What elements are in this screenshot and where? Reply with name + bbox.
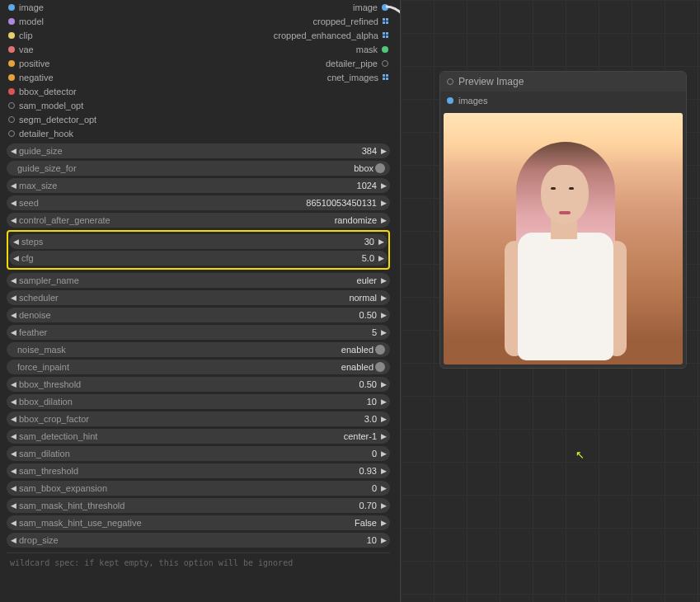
param-sam_threshold[interactable]: ◀sam_threshold0.93▶ bbox=[7, 463, 390, 478]
toggle-dot-icon[interactable] bbox=[375, 163, 385, 173]
toggle-dot-icon[interactable] bbox=[375, 345, 385, 355]
vae-input-port-icon[interactable] bbox=[8, 46, 15, 53]
cnet_images-output-label: cnet_images bbox=[327, 73, 378, 82]
arrow-right-icon[interactable]: ▶ bbox=[379, 484, 388, 492]
negative-input-port-icon[interactable] bbox=[8, 74, 15, 81]
param-label: drop_size bbox=[17, 535, 367, 545]
param-label: sam_mask_hint_use_negative bbox=[17, 518, 355, 528]
arrow-left-icon[interactable]: ◀ bbox=[9, 397, 17, 406]
arrow-left-icon[interactable]: ◀ bbox=[9, 216, 17, 224]
arrow-right-icon[interactable]: ▶ bbox=[379, 147, 388, 155]
arrow-left-icon[interactable]: ◀ bbox=[9, 380, 17, 388]
param-force_inpaint[interactable]: force_inpaintenabled bbox=[7, 360, 390, 374]
arrow-left-icon[interactable]: ◀ bbox=[9, 181, 17, 190]
cnet_images-output-port-icon[interactable] bbox=[383, 74, 388, 80]
arrow-right-icon[interactable]: ▶ bbox=[377, 254, 385, 262]
arrow-left-icon[interactable]: ◀ bbox=[9, 294, 17, 302]
image-output-port-icon[interactable] bbox=[382, 4, 388, 11]
param-label: guide_size bbox=[17, 146, 362, 156]
param-sampler_name[interactable]: ◀sampler_nameeuler▶ bbox=[7, 273, 390, 288]
param-guide_size_for[interactable]: guide_size_forbbox bbox=[7, 161, 390, 176]
param-bbox_dilation[interactable]: ◀bbox_dilation10▶ bbox=[7, 394, 390, 409]
model-input-port-icon[interactable] bbox=[8, 18, 15, 25]
arrow-right-icon[interactable]: ▶ bbox=[379, 276, 388, 285]
mask-output-port-icon[interactable] bbox=[382, 46, 388, 53]
param-value: 10 bbox=[367, 397, 379, 407]
highlighted-params: ◀steps30▶◀cfg5.0▶ bbox=[7, 230, 390, 270]
arrow-right-icon[interactable]: ▶ bbox=[379, 311, 388, 319]
toggle-dot-icon[interactable] bbox=[375, 362, 385, 372]
param-label: sam_dilation bbox=[17, 449, 372, 459]
cropped_refined-output-port-icon[interactable] bbox=[383, 18, 388, 24]
arrow-right-icon[interactable]: ▶ bbox=[379, 397, 388, 406]
param-control_after_generate[interactable]: ◀control_after_generaterandomize▶ bbox=[7, 213, 390, 228]
arrow-left-icon[interactable]: ◀ bbox=[9, 519, 17, 527]
param-noise_mask[interactable]: noise_maskenabled bbox=[7, 342, 390, 357]
param-sam_dilation[interactable]: ◀sam_dilation0▶ bbox=[7, 446, 390, 461]
arrow-right-icon[interactable]: ▶ bbox=[379, 199, 388, 207]
param-steps[interactable]: ◀steps30▶ bbox=[9, 234, 388, 249]
canvas-area[interactable]: Preview Image images bbox=[400, 0, 700, 602]
param-sam_mask_hint_threshold[interactable]: ◀sam_mask_hint_threshold0.70▶ bbox=[7, 498, 390, 513]
arrow-right-icon[interactable]: ▶ bbox=[379, 536, 388, 544]
arrow-right-icon[interactable]: ▶ bbox=[379, 294, 388, 302]
sam_model_opt-input-port-icon[interactable] bbox=[8, 102, 15, 109]
param-value: center-1 bbox=[344, 431, 379, 441]
arrow-left-icon[interactable]: ◀ bbox=[12, 254, 20, 262]
detailer-node[interactable]: imageimagemodelcropped_refinedclipcroppe… bbox=[7, 0, 390, 602]
param-guide_size[interactable]: ◀guide_size384▶ bbox=[7, 143, 390, 158]
clip-input-port-icon[interactable] bbox=[8, 32, 15, 39]
param-seed[interactable]: ◀seed86510053450131▶ bbox=[7, 195, 390, 210]
arrow-right-icon[interactable]: ▶ bbox=[379, 415, 388, 423]
arrow-left-icon[interactable]: ◀ bbox=[9, 484, 17, 492]
arrow-left-icon[interactable]: ◀ bbox=[9, 147, 17, 155]
arrow-right-icon[interactable]: ▶ bbox=[379, 501, 388, 510]
param-drop_size[interactable]: ◀drop_size10▶ bbox=[7, 533, 390, 548]
param-label: bbox_dilation bbox=[17, 397, 367, 407]
cropped_enhanced_alpha-output-port-icon[interactable] bbox=[383, 32, 388, 38]
arrow-right-icon[interactable]: ▶ bbox=[379, 216, 388, 224]
arrow-right-icon[interactable]: ▶ bbox=[379, 467, 388, 475]
param-sam_mask_hint_use_negative[interactable]: ◀sam_mask_hint_use_negativeFalse▶ bbox=[7, 515, 390, 530]
arrow-left-icon[interactable]: ◀ bbox=[9, 328, 17, 336]
param-bbox_crop_factor[interactable]: ◀bbox_crop_factor3.0▶ bbox=[7, 412, 390, 426]
arrow-right-icon[interactable]: ▶ bbox=[379, 181, 388, 190]
param-sam_detection_hint[interactable]: ◀sam_detection_hintcenter-1▶ bbox=[7, 429, 390, 444]
detailer_hook-input-port-icon[interactable] bbox=[8, 130, 15, 137]
param-scheduler[interactable]: ◀schedulernormal▶ bbox=[7, 290, 390, 305]
arrow-right-icon[interactable]: ▶ bbox=[379, 432, 388, 440]
preview-header[interactable]: Preview Image bbox=[440, 72, 686, 92]
param-cfg[interactable]: ◀cfg5.0▶ bbox=[9, 251, 388, 266]
preview-input-images[interactable]: images bbox=[440, 92, 686, 110]
arrow-left-icon[interactable]: ◀ bbox=[12, 238, 20, 246]
arrow-left-icon[interactable]: ◀ bbox=[9, 501, 17, 510]
positive-input-port-icon[interactable] bbox=[8, 60, 15, 67]
param-sam_bbox_expansion[interactable]: ◀sam_bbox_expansion0▶ bbox=[7, 481, 390, 496]
detailer_pipe-output-port-icon[interactable] bbox=[382, 60, 388, 67]
arrow-left-icon[interactable]: ◀ bbox=[9, 467, 17, 475]
param-bbox_threshold[interactable]: ◀bbox_threshold0.50▶ bbox=[7, 377, 390, 392]
arrow-left-icon[interactable]: ◀ bbox=[9, 449, 17, 458]
segm_detector_opt-input-port-icon[interactable] bbox=[8, 116, 15, 123]
arrow-left-icon[interactable]: ◀ bbox=[9, 311, 17, 319]
param-max_size[interactable]: ◀max_size1024▶ bbox=[7, 178, 390, 193]
arrow-left-icon[interactable]: ◀ bbox=[9, 199, 17, 207]
arrow-right-icon[interactable]: ▶ bbox=[379, 449, 388, 458]
arrow-right-icon[interactable]: ▶ bbox=[379, 519, 388, 527]
image-input-port-icon[interactable] bbox=[8, 4, 15, 11]
arrow-right-icon[interactable]: ▶ bbox=[379, 328, 388, 336]
arrow-left-icon[interactable]: ◀ bbox=[9, 415, 17, 423]
arrow-right-icon[interactable]: ▶ bbox=[379, 380, 388, 388]
param-denoise[interactable]: ◀denoise0.50▶ bbox=[7, 308, 390, 322]
param-feather[interactable]: ◀feather5▶ bbox=[7, 325, 390, 340]
arrow-left-icon[interactable]: ◀ bbox=[9, 432, 17, 440]
param-value: enabled bbox=[341, 362, 375, 372]
model-input-label: model bbox=[19, 16, 44, 26]
clip-input-label: clip bbox=[19, 31, 33, 40]
bbox_detector-input-port-icon[interactable] bbox=[8, 88, 15, 95]
preview-image-node[interactable]: Preview Image images bbox=[439, 71, 687, 369]
arrow-left-icon[interactable]: ◀ bbox=[9, 276, 17, 285]
arrow-left-icon[interactable]: ◀ bbox=[9, 536, 17, 544]
arrow-right-icon[interactable]: ▶ bbox=[377, 238, 385, 246]
header-dot-icon bbox=[447, 78, 453, 85]
